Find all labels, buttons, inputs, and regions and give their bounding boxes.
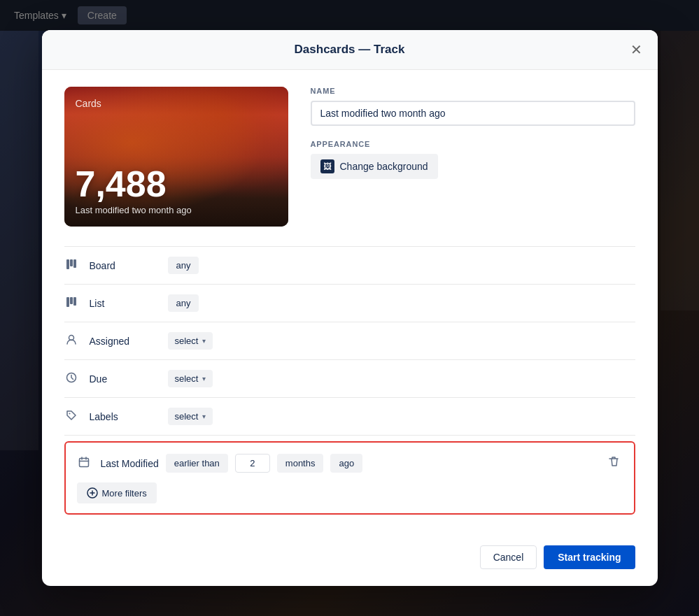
chevron-down-icon: ▾ (202, 413, 206, 420)
assigned-filter-label: Assigned (90, 336, 160, 347)
board-icon (64, 259, 78, 273)
due-filter-select[interactable]: select ▾ (168, 370, 213, 387)
svg-rect-1 (70, 259, 73, 266)
labels-filter-select[interactable]: select ▾ (168, 408, 213, 425)
name-appearance-section: NAME APPEARANCE 🖼 Change background (311, 87, 635, 227)
modal-footer: Cancel Start tracking (42, 534, 658, 586)
more-filters-label: More filters (102, 488, 147, 499)
svg-rect-0 (66, 259, 69, 269)
modal-overlay: Dashcards — Track ✕ Cards 7,488 Last mod… (0, 0, 699, 616)
list-filter-label: List (90, 298, 160, 309)
calendar-icon (77, 457, 91, 471)
last-modified-number-input[interactable] (235, 454, 270, 473)
last-modified-label: Last Modified (101, 458, 159, 469)
filters-section: Board any List any (64, 246, 635, 436)
name-field-label: NAME (311, 87, 635, 95)
card-subtitle: Last modified two month ago (76, 205, 277, 215)
image-icon: 🖼 (320, 159, 334, 173)
last-modified-suffix: ago (330, 454, 362, 473)
list-icon (64, 296, 78, 310)
change-bg-label: Change background (340, 161, 428, 172)
assigned-filter-row: Assigned select ▾ (64, 322, 635, 360)
list-filter-value[interactable]: any (168, 294, 199, 312)
board-filter-label: Board (90, 260, 160, 271)
appearance-label: APPEARANCE (311, 140, 635, 148)
labels-icon (64, 410, 78, 424)
close-button[interactable]: ✕ (628, 40, 645, 59)
board-filter-row: Board any (64, 247, 635, 285)
cancel-button[interactable]: Cancel (480, 545, 537, 569)
card-number: 7,488 (76, 166, 277, 202)
chevron-down-icon: ▾ (202, 375, 206, 382)
start-tracking-button[interactable]: Start tracking (544, 545, 635, 569)
last-modified-row: Last Modified earlier than months ago (77, 452, 623, 474)
board-filter-value[interactable]: any (168, 257, 199, 274)
svg-point-8 (69, 413, 70, 414)
list-filter-row: List any (64, 285, 635, 322)
modal: Dashcards — Track ✕ Cards 7,488 Last mod… (42, 30, 658, 586)
labels-filter-label: Labels (90, 411, 160, 422)
svg-rect-9 (79, 458, 88, 466)
assigned-filter-select[interactable]: select ▾ (168, 332, 213, 350)
card-preview: Cards 7,488 Last modified two month ago (64, 87, 288, 227)
modal-body: Cards 7,488 Last modified two month ago … (42, 70, 658, 534)
last-modified-condition[interactable]: earlier than (166, 454, 228, 473)
last-modified-section: Last Modified earlier than months ago (64, 441, 635, 515)
change-background-button[interactable]: 🖼 Change background (311, 154, 438, 179)
modal-title: Dashcards — Track (295, 43, 405, 57)
due-filter-row: Due select ▾ (64, 360, 635, 398)
top-section: Cards 7,488 Last modified two month ago … (64, 87, 635, 227)
labels-filter-row: Labels select ▾ (64, 398, 635, 436)
svg-rect-2 (73, 259, 76, 268)
svg-rect-3 (66, 297, 69, 307)
svg-rect-5 (73, 297, 76, 306)
delete-filter-button[interactable] (605, 452, 623, 474)
card-label: Cards (76, 98, 277, 109)
assigned-icon (64, 334, 78, 348)
card-number-area: 7,488 Last modified two month ago (76, 166, 277, 215)
last-modified-unit[interactable]: months (277, 454, 324, 473)
due-filter-label: Due (90, 373, 160, 385)
due-icon (64, 372, 78, 386)
svg-rect-4 (70, 297, 73, 304)
card-content: Cards 7,488 Last modified two month ago (64, 87, 288, 227)
modal-header: Dashcards — Track ✕ (42, 30, 658, 70)
more-filters-button[interactable]: More filters (77, 482, 157, 503)
chevron-down-icon: ▾ (202, 337, 206, 345)
name-input[interactable] (311, 101, 635, 126)
